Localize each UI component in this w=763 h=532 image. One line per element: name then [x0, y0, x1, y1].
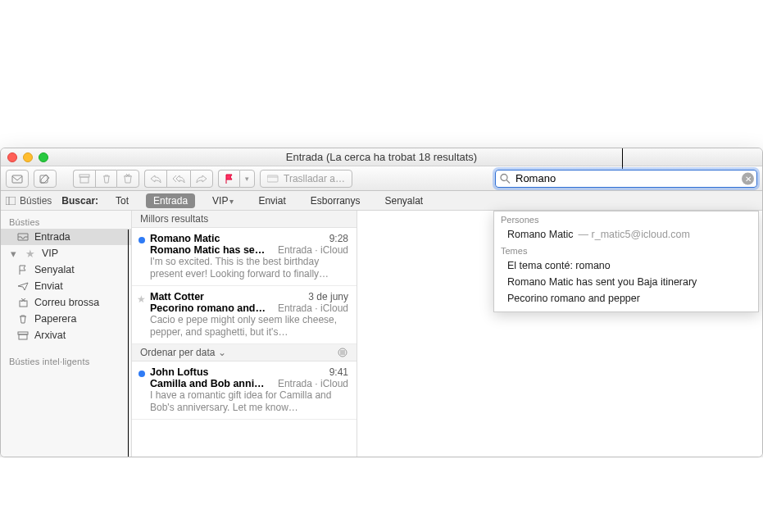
message-sender: Romano Matic — [150, 233, 220, 244]
sidebar-item-inbox[interactable]: Entrada — [1, 229, 131, 245]
message-subject: Romano Matic has se… — [150, 244, 265, 256]
sidebar-item-trash[interactable]: Paperera — [1, 311, 131, 327]
message-preview: Cacio e pepe might only seem like cheese… — [150, 314, 348, 339]
compose-button[interactable] — [34, 170, 57, 188]
svg-rect-7 — [20, 301, 27, 307]
scope-inbox[interactable]: Entrada — [146, 193, 195, 208]
filter-button[interactable] — [337, 348, 348, 357]
suggestion-person-email: r_matic5@icloud.com — [592, 229, 690, 240]
message-sender: Matt Cotter — [150, 291, 204, 302]
flag-button[interactable] — [218, 170, 239, 188]
svg-rect-9 — [19, 334, 27, 339]
scope-drafts[interactable]: Esborranys — [303, 193, 368, 208]
sidebar-item-label: Arxivat — [34, 330, 66, 341]
message-row[interactable]: John Loftus 9:41 Camilla and Bob anni… E… — [132, 361, 357, 420]
sidebar-item-label: Enviat — [34, 280, 63, 292]
flag-group: ▾ — [218, 170, 255, 188]
sidebar-item-archive[interactable]: Arxivat — [1, 327, 131, 343]
suggestion-topic[interactable]: Romano Matic has sent you Baja itinerary — [494, 274, 758, 290]
zoom-window-button[interactable] — [39, 152, 48, 162]
sidebar-item-junk[interactable]: Correu brossa — [1, 294, 131, 311]
message-row[interactable]: Romano Matic 9:28 Romano Matic has se… E… — [132, 228, 357, 286]
sidebar: Bústies Entrada ▾ ★ VIP Senyalat — [1, 211, 132, 457]
sidebar-section-smart: Bústies intel·ligents — [1, 352, 131, 368]
window-controls — [7, 152, 48, 162]
suggestion-topic-text: El tema conté: romano — [507, 260, 611, 271]
forward-button[interactable] — [190, 170, 213, 188]
search-icon — [500, 173, 511, 184]
sidebar-section-mailboxes: Bústies — [1, 212, 131, 229]
archive-button[interactable] — [73, 170, 95, 188]
sidebar-item-label: Paperera — [34, 313, 76, 325]
message-time: 3 de juny — [308, 291, 348, 302]
sent-icon — [17, 280, 29, 292]
sidebar-item-label: Correu brossa — [34, 297, 99, 308]
close-window-button[interactable] — [7, 152, 17, 162]
sidebar-item-flagged[interactable]: Senyalat — [1, 261, 131, 278]
scope-vip[interactable]: VIP — [205, 193, 241, 208]
message-folder: Entrada · iCloud — [278, 244, 348, 256]
svg-rect-4 — [267, 175, 278, 182]
message-folder: Entrada · iCloud — [278, 378, 348, 389]
svg-rect-6 — [6, 197, 16, 205]
suggestion-person-name: Romano Matic — [507, 229, 574, 240]
suggestion-topic-text: Pecorino romano and pepper — [507, 293, 640, 304]
sort-button[interactable]: Ordenar per data — [140, 347, 226, 358]
svg-rect-3 — [80, 177, 89, 183]
titlebar: Entrada (La cerca ha trobat 18 resultats… — [1, 148, 762, 166]
reply-all-button[interactable] — [166, 170, 190, 188]
message-list-sort-bar: Ordenar per data — [132, 344, 357, 361]
suggestions-topics-header: Temes — [494, 243, 758, 257]
suggestion-person[interactable]: Romano Matic — r_matic5@icloud.com — [494, 226, 758, 243]
mailboxes-toggle-button[interactable]: Bústies — [6, 195, 52, 207]
scope-flagged[interactable]: Senyalat — [378, 193, 431, 208]
reply-group — [144, 170, 213, 188]
flag-menu-button[interactable]: ▾ — [239, 170, 255, 188]
sidebar-item-label: Entrada — [34, 231, 70, 243]
top-hits-label: Millors resultats — [140, 213, 208, 225]
message-row[interactable]: ★ Matt Cotter 3 de juny Pecorino romano … — [132, 286, 357, 344]
star-icon: ★ — [25, 248, 36, 259]
message-subject: Pecorino romano and… — [150, 302, 266, 314]
scope-sent[interactable]: Enviat — [251, 193, 293, 208]
unread-indicator — [139, 237, 145, 243]
message-list-header-top-hits: Millors resultats — [132, 211, 357, 228]
junk-button[interactable] — [116, 170, 139, 188]
message-subject: Camilla and Bob anni… — [150, 378, 265, 389]
get-mail-button[interactable] — [6, 170, 29, 188]
scope-all[interactable]: Tot — [108, 193, 136, 208]
mail-window: Entrada (La cerca ha trobat 18 resultats… — [0, 148, 763, 457]
suggestion-topic[interactable]: Pecorino romano and pepper — [494, 290, 758, 307]
mailboxes-toggle-label: Bústies — [20, 195, 52, 207]
leader-line — [622, 148, 623, 169]
reply-button[interactable] — [144, 170, 166, 188]
message-sender: John Loftus — [150, 366, 209, 378]
sidebar-item-sent[interactable]: Enviat — [1, 278, 131, 294]
sidebar-item-label: Senyalat — [34, 264, 75, 275]
minimize-window-button[interactable] — [23, 152, 33, 162]
sidebar-item-vip[interactable]: ▾ ★ VIP — [1, 245, 131, 261]
disclose-icon: ▾ — [7, 248, 19, 259]
message-time: 9:28 — [329, 233, 348, 244]
sidebar-item-label: VIP — [42, 248, 58, 259]
message-preview: I'm so excited. This is the best birthda… — [150, 256, 348, 280]
window-title: Entrada (La cerca ha trobat 18 resultats… — [57, 151, 706, 163]
toolbar: ▾ Traslladar a… ✕ — [1, 166, 762, 191]
junk-icon — [17, 297, 29, 308]
clear-search-button[interactable]: ✕ — [742, 172, 754, 184]
move-to-placeholder: Traslladar a… — [284, 173, 345, 184]
search-field-wrap: ✕ — [495, 170, 757, 188]
window-body: Bústies Entrada ▾ ★ VIP Senyalat — [1, 211, 762, 457]
trash-button[interactable] — [95, 170, 116, 188]
search-scope-label: Buscar: — [61, 195, 98, 207]
move-to-field[interactable]: Traslladar a… — [260, 170, 352, 188]
search-input[interactable] — [495, 170, 757, 188]
vip-star-icon: ★ — [137, 293, 146, 305]
message-list: Millors resultats Romano Matic 9:28 Roma… — [132, 211, 357, 457]
trash-icon — [17, 313, 29, 325]
svg-point-5 — [501, 174, 507, 180]
message-preview: I have a romantic gift idea for Camilla … — [150, 389, 348, 414]
suggestion-topic[interactable]: El tema conté: romano — [494, 257, 758, 274]
search-suggestions-popup: Persones Romano Matic — r_matic5@icloud.… — [493, 211, 759, 312]
message-time: 9:41 — [329, 366, 348, 378]
